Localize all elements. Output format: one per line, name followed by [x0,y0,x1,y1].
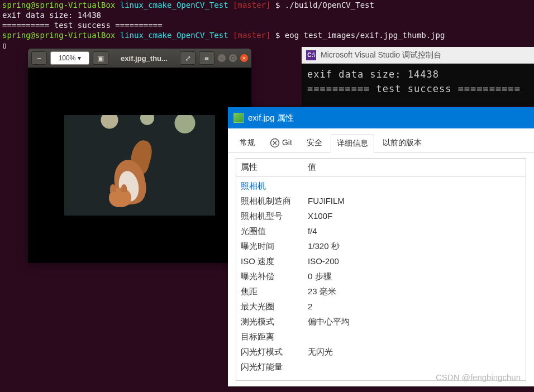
zoom-level[interactable]: 100%▾ [50,51,89,65]
window-title: exif.jpg_thu... [112,54,177,63]
property-row[interactable]: 照相机制造商FUJIFILM [241,194,521,209]
property-key: 曝光时间 [241,241,308,252]
file-properties-window[interactable]: exif.jpg 属性 常规 Git 安全 详细信息 以前的版本 属性 值 照相… [228,107,534,386]
zoom-out-button[interactable]: − [31,51,47,65]
displayed-image [64,115,215,216]
property-key: 焦距 [241,286,308,297]
property-key: 曝光补偿 [241,271,308,282]
group-camera[interactable]: 照相机 [241,179,521,194]
close-icon: × [242,55,246,61]
property-value: 23 毫米 [308,286,336,297]
hamburger-icon: ≡ [204,54,209,63]
property-key: 最大光圈 [241,302,308,312]
minus-icon: − [37,54,41,63]
property-value: 0 步骤 [308,271,332,282]
maximize-icon: □ [231,55,234,61]
terminal-output: exif data size: 14438 [2,10,532,20]
tab-security[interactable]: 安全 [301,134,328,152]
prompt-user: spring@spring-VirtualBox [2,31,115,40]
property-value: FUJIFILM [308,196,345,207]
table-body[interactable]: 照相机 照相机制造商FUJIFILM照相机型号X100F光圈值f/4曝光时间1/… [236,176,526,381]
prompt-symbol: $ [275,1,280,9]
prompt-branch: [master] [233,1,270,9]
tab-details[interactable]: 详细信息 [331,135,374,152]
property-row[interactable]: 闪光灯模式无闪光 [241,345,521,360]
property-key: 闪光灯能量 [241,362,308,372]
fit-button[interactable]: ▣ [93,51,108,65]
minimize-button[interactable]: – [218,54,226,62]
fit-icon: ▣ [97,54,104,63]
terminal-output: ========== test success ========== [2,20,532,30]
prompt-branch: [master] [233,31,270,40]
property-value: 1/320 秒 [308,241,340,252]
property-key: 闪光灯模式 [241,347,308,357]
property-key: 光圈值 [241,226,308,237]
property-value: 偏中心平均 [308,317,350,327]
prompt-path: linux_cmake_OpenCV_Test [120,1,228,9]
image-file-icon [233,113,244,123]
property-value: ISO-200 [308,256,339,267]
terminal-command: eog test_images/exif.jpg_thumb.jpg [285,31,445,40]
window-title: Microsoft Visual Studio 调试控制台 [321,50,441,60]
property-value: X100F [308,211,332,222]
image-viewer-window[interactable]: − 100%▾ ▣ exif.jpg_thu... ⤢ ≡ – □ × [28,49,251,263]
titlebar[interactable]: − 100%▾ ▣ exif.jpg_thu... ⤢ ≡ – □ × [28,49,251,68]
property-key: ISO 速度 [241,256,308,267]
property-key: 照相机型号 [241,211,308,222]
prompt-user: spring@spring-VirtualBox [2,1,115,9]
property-row[interactable]: 目标距离 [241,329,521,345]
header-property: 属性 [241,162,308,173]
property-row[interactable]: 焦距23 毫米 [241,284,521,299]
image-canvas[interactable] [28,68,251,263]
linux-terminal[interactable]: spring@spring-VirtualBox linux_cmake_Ope… [0,0,534,50]
property-value: 2 [308,302,312,312]
property-key: 照相机制造商 [241,196,308,207]
maximize-button[interactable]: □ [229,54,237,62]
property-key: 测光模式 [241,317,308,327]
terminal-command: ./build/OpenCV_Test [285,1,374,9]
prompt-symbol: $ [275,31,280,40]
titlebar[interactable]: C:\ Microsoft Visual Studio 调试控制台 [302,47,534,64]
property-value: 无闪光 [308,347,333,357]
squirrel-subject [92,132,159,210]
prompt-path: linux_cmake_OpenCV_Test [120,31,228,40]
property-value: f/4 [308,226,317,237]
property-row[interactable]: 照相机型号X100F [241,209,521,224]
console-icon: C:\ [306,50,316,60]
close-button[interactable]: × [240,54,248,62]
table-header: 属性 值 [236,158,526,176]
output-line: ========== test success ========== [307,82,528,96]
titlebar[interactable]: exif.jpg 属性 [228,107,534,128]
property-row[interactable]: 测光模式偏中心平均 [241,314,521,329]
window-title: exif.jpg 属性 [248,113,294,123]
minimize-icon: – [220,55,223,61]
console-output: exif data size: 14438 ========== test su… [302,64,534,106]
fullscreen-button[interactable]: ⤢ [180,51,196,65]
git-icon [270,138,280,148]
tab-git[interactable]: Git [264,134,298,152]
tabs: 常规 Git 安全 详细信息 以前的版本 [228,128,534,152]
output-line: exif data size: 14438 [307,67,528,82]
property-row[interactable]: ISO 速度ISO-200 [241,254,521,269]
watermark: CSDN @fengbingchun [436,372,521,382]
property-row[interactable]: 最大光圈2 [241,299,521,314]
expand-icon: ⤢ [185,54,191,63]
details-table: 属性 值 照相机 照相机制造商FUJIFILM照相机型号X100F光圈值f/4曝… [228,152,534,386]
tab-previous-versions[interactable]: 以前的版本 [376,134,428,152]
terminal-line: spring@spring-VirtualBox linux_cmake_Ope… [2,0,532,10]
vs-debug-console[interactable]: C:\ Microsoft Visual Studio 调试控制台 exif d… [302,47,534,106]
property-row[interactable]: 曝光时间1/320 秒 [241,239,521,254]
tab-general[interactable]: 常规 [233,134,261,152]
menu-button[interactable]: ≡ [199,51,214,65]
property-row[interactable]: 光圈值f/4 [241,224,521,239]
terminal-line: spring@spring-VirtualBox linux_cmake_Ope… [2,30,532,40]
property-key: 目标距离 [241,332,308,342]
chevron-down-icon: ▾ [78,54,81,62]
header-value: 值 [308,162,316,173]
property-row[interactable]: 曝光补偿0 步骤 [241,269,521,284]
